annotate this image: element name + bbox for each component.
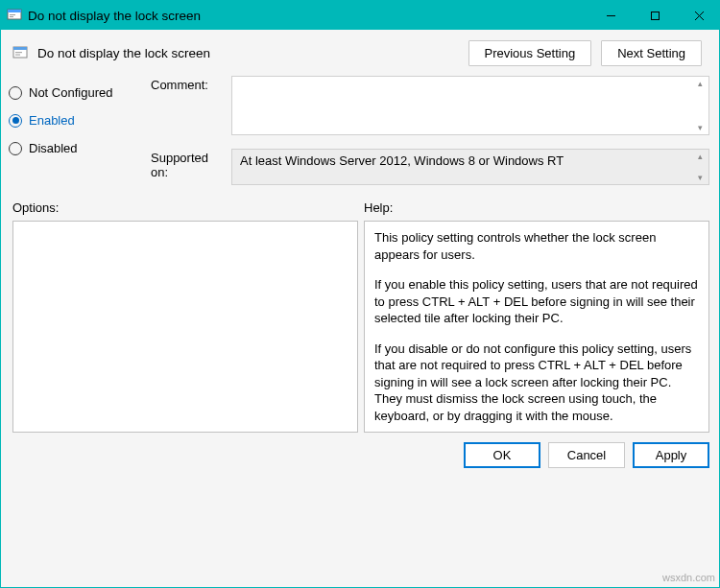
svg-rect-11	[15, 55, 20, 56]
comment-label: Comment:	[151, 76, 226, 92]
cancel-button[interactable]: Cancel	[548, 442, 625, 468]
options-panel	[12, 221, 358, 433]
supported-on-value: At least Windows Server 2012, Windows 8 …	[240, 153, 564, 168]
apply-button[interactable]: Apply	[633, 442, 709, 468]
radio-label: Not Configured	[29, 85, 112, 100]
svg-rect-2	[10, 14, 15, 15]
radio-icon	[9, 86, 22, 100]
ok-button[interactable]: OK	[464, 442, 540, 468]
supported-label: Supported on:	[151, 149, 226, 179]
window-title: Do not display the lock screen	[28, 9, 588, 23]
state-radio-group: Not Configured Enabled Disabled	[9, 76, 139, 185]
spinner-icons: ▴▾	[693, 152, 707, 182]
radio-icon	[9, 114, 22, 128]
svg-rect-1	[8, 10, 21, 12]
spinner-icons: ▴▾	[693, 79, 707, 132]
svg-rect-5	[651, 12, 659, 19]
options-label: Options:	[12, 200, 358, 215]
watermark: wsxdn.com	[662, 572, 715, 583]
minimize-button[interactable]	[588, 1, 633, 30]
svg-rect-10	[15, 52, 22, 53]
policy-icon	[12, 45, 30, 60]
footer: OK Cancel Apply	[1, 433, 720, 478]
policy-name: Do not display the lock screen	[37, 46, 461, 60]
subheader: Do not display the lock screen Previous …	[1, 30, 720, 76]
svg-rect-3	[10, 16, 13, 17]
help-text: This policy setting controls whether the…	[374, 229, 699, 263]
radio-label: Enabled	[29, 113, 75, 128]
titlebar: Do not display the lock screen	[1, 1, 720, 30]
help-panel: This policy setting controls whether the…	[364, 221, 709, 433]
comment-input[interactable]: ▴▾	[231, 76, 709, 135]
next-setting-button[interactable]: Next Setting	[601, 40, 702, 66]
radio-icon	[9, 142, 22, 155]
radio-enabled[interactable]: Enabled	[9, 113, 139, 128]
maximize-button[interactable]	[633, 1, 677, 30]
close-button[interactable]	[677, 1, 720, 30]
help-label: Help:	[364, 200, 393, 215]
radio-disabled[interactable]: Disabled	[9, 141, 139, 155]
policy-icon	[7, 8, 22, 23]
help-text: If you enable this policy setting, users…	[374, 276, 699, 327]
radio-label: Disabled	[29, 141, 78, 155]
radio-not-configured[interactable]: Not Configured	[9, 85, 139, 100]
svg-rect-9	[13, 47, 27, 50]
previous-setting-button[interactable]: Previous Setting	[468, 40, 592, 66]
supported-on-box: At least Windows Server 2012, Windows 8 …	[231, 149, 709, 185]
help-text: If you disable or do not configure this …	[374, 341, 699, 425]
